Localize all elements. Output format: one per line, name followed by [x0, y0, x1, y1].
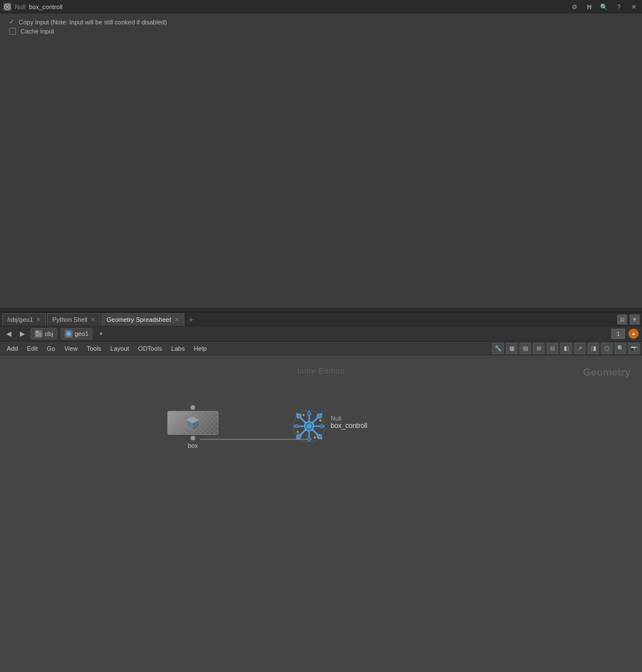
- box-connector-top: [191, 405, 195, 410]
- node-name-label: box_controll: [29, 3, 62, 10]
- box-label: box: [188, 442, 198, 449]
- null-icon-container: [292, 409, 326, 443]
- svg-point-31: [314, 436, 316, 439]
- box-connector-bottom: [191, 436, 195, 440]
- tab-obj-geo1[interactable]: /obj/geo1 ✕: [2, 313, 46, 326]
- tab-add-button[interactable]: +: [185, 314, 197, 325]
- path-bar: ◀ ▶ obj geo1 ▼ 1 ●: [0, 326, 642, 342]
- menu-bar: Add Edit Go View Tools Layout ODTools La…: [0, 342, 642, 355]
- path-geo1-label: geo1: [75, 330, 88, 337]
- parameters-panel: ✓ Copy Input (Note: Input will be still …: [0, 14, 642, 308]
- svg-point-27: [307, 437, 311, 440]
- toolbar-grid2[interactable]: ⊟: [547, 343, 558, 354]
- path-number: 1: [611, 329, 625, 339]
- geo1-icon: [65, 330, 73, 338]
- toolbar-snap1[interactable]: ◧: [560, 343, 572, 354]
- node-type-label: Null: [15, 3, 26, 10]
- toolbar-arrow[interactable]: ↗: [574, 343, 585, 354]
- watermark-type: Geometry: [583, 367, 631, 379]
- toolbar-snap2[interactable]: ◨: [588, 343, 599, 354]
- toolbar-cube[interactable]: ⬡: [601, 343, 613, 354]
- toolbar-table1[interactable]: ▦: [506, 343, 517, 354]
- cache-input-label: Cache Input: [20, 28, 54, 35]
- title-bar-left: Null box_controll: [3, 3, 62, 11]
- cache-input-row: Cache Input: [9, 28, 633, 35]
- node-null[interactable]: Null box_controll: [292, 409, 368, 443]
- toolbar-camera[interactable]: 📷: [628, 343, 640, 354]
- svg-point-33: [319, 419, 322, 422]
- null-type-label: Null: [331, 415, 368, 422]
- gear-icon[interactable]: ⚙: [569, 2, 580, 12]
- null-node-icon: [3, 3, 11, 11]
- tab-geometry-spreadsheet-label: Geometry Spreadsheet: [107, 316, 171, 323]
- resize-handle[interactable]: · · · · ·: [0, 308, 642, 312]
- menu-toolbar: 🔧 ▦ ▤ ⊞ ⊟ ◧ ↗ ◨ ⬡ 🔍 📷: [492, 343, 640, 354]
- tab-bar: /obj/geo1 ✕ Python Shell ✕ Geometry Spre…: [0, 312, 642, 326]
- tab-python-shell-label: Python Shell: [52, 316, 87, 323]
- tab-geometry-spreadsheet-close[interactable]: ✕: [175, 317, 179, 322]
- box-checkerboard: [168, 411, 218, 434]
- svg-point-26: [307, 412, 311, 415]
- svg-point-30: [302, 414, 305, 416]
- tab-bar-right: ▤ ▼: [617, 314, 640, 325]
- resize-dots: · · · · ·: [307, 308, 334, 313]
- title-bar-right: ⚙ H 🔍 ? ✕: [569, 2, 639, 12]
- copy-input-check[interactable]: ✓: [9, 18, 14, 26]
- h-icon[interactable]: H: [584, 2, 594, 12]
- svg-point-6: [67, 332, 70, 335]
- title-bar: Null box_controll ⚙ H 🔍 ? ✕: [0, 0, 642, 14]
- svg-point-24: [297, 434, 301, 439]
- menu-go[interactable]: Go: [43, 342, 60, 355]
- menu-help[interactable]: Help: [189, 342, 212, 355]
- path-obj-label: obj: [45, 330, 53, 337]
- menu-tools[interactable]: Tools: [82, 342, 106, 355]
- menu-layout[interactable]: Layout: [106, 342, 134, 355]
- menu-add[interactable]: Add: [2, 342, 23, 355]
- svg-point-23: [317, 414, 322, 418]
- tab-geometry-spreadsheet[interactable]: Geometry Spreadsheet ✕: [102, 313, 184, 326]
- cache-input-check[interactable]: [9, 28, 16, 35]
- obj-icon: [35, 330, 43, 338]
- svg-rect-4: [36, 331, 39, 333]
- menu-view[interactable]: View: [60, 342, 82, 355]
- tab-obj-geo1-close[interactable]: ✕: [36, 317, 41, 322]
- search-icon[interactable]: 🔍: [599, 2, 609, 12]
- null-label-container: Null box_controll: [331, 409, 368, 430]
- box-body[interactable]: [167, 411, 218, 435]
- menu-odtools[interactable]: ODTools: [134, 342, 167, 355]
- menu-labs[interactable]: Labs: [167, 342, 189, 355]
- connection-svg: [0, 355, 642, 672]
- svg-point-29: [320, 425, 323, 428]
- tab-python-shell-close[interactable]: ✕: [91, 317, 95, 322]
- copy-input-row: ✓ Copy Input (Note: Input will be still …: [9, 18, 633, 26]
- toolbar-grid1[interactable]: ⊞: [533, 343, 544, 354]
- svg-point-28: [295, 425, 298, 428]
- toolbar-search[interactable]: 🔍: [615, 343, 626, 354]
- forward-button[interactable]: ▶: [17, 329, 27, 339]
- svg-point-22: [297, 414, 301, 418]
- help-icon[interactable]: ?: [614, 2, 624, 12]
- menu-edit[interactable]: Edit: [23, 342, 43, 355]
- path-item-geo1[interactable]: geo1: [61, 328, 92, 339]
- copy-input-label: Copy Input (Note: Input will be still co…: [19, 19, 167, 26]
- toolbar-wrench[interactable]: 🔧: [492, 343, 504, 354]
- tab-python-shell[interactable]: Python Shell ✕: [47, 313, 100, 326]
- network-view[interactable]: Indie Edition Geometry box: [0, 355, 642, 672]
- tab-dropdown-button[interactable]: ▼: [630, 314, 640, 325]
- watermark-edition: Indie Edition: [297, 367, 345, 375]
- path-circle-button[interactable]: ●: [628, 329, 639, 339]
- tab-layout-button[interactable]: ▤: [617, 314, 627, 325]
- path-bar-right: 1 ●: [611, 329, 639, 339]
- close-icon[interactable]: ✕: [628, 2, 639, 12]
- node-box[interactable]: box: [167, 405, 218, 449]
- path-item-obj[interactable]: obj: [31, 328, 57, 339]
- null-node-svg: [292, 409, 326, 443]
- toolbar-table2[interactable]: ▤: [519, 343, 531, 354]
- svg-rect-3: [36, 332, 41, 337]
- back-button[interactable]: ◀: [3, 329, 14, 339]
- svg-point-32: [297, 431, 299, 433]
- null-name-label: box_controll: [331, 422, 368, 430]
- svg-point-21: [307, 424, 311, 429]
- svg-point-25: [317, 434, 322, 439]
- path-dropdown-button[interactable]: ▼: [96, 329, 106, 339]
